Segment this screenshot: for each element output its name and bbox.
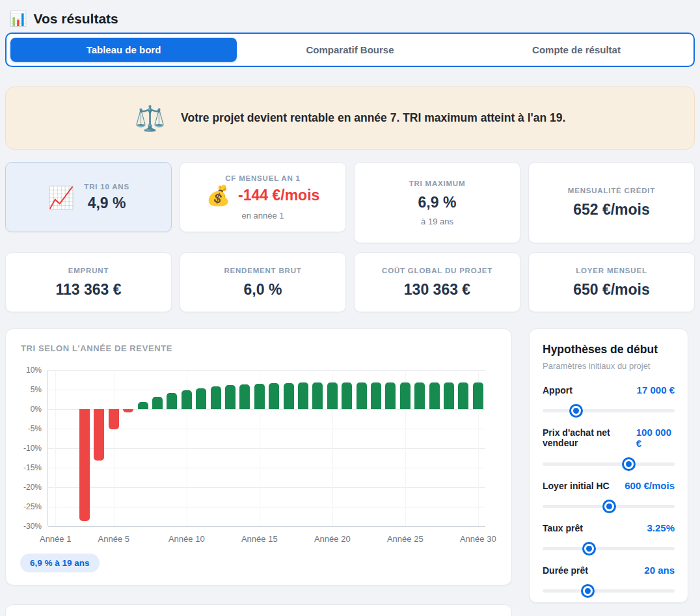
slider-group-prix-d-achat-net-vendeur: Prix d'achat net vendeur100 000 € [543, 427, 675, 471]
money-bag-icon: 💰 [206, 186, 230, 206]
metric-label: CF MENSUEL AN 1 [225, 174, 301, 182]
x-axis-tick-label: Année 10 [161, 534, 213, 544]
metrics-row-1: 📈TRI 10 ANS4,9 %CF MENSUEL AN 1💰-144 €/m… [5, 162, 695, 243]
tri-bar-year-15 [254, 384, 265, 409]
slider-label-apport: Apport [543, 385, 572, 395]
slider-track[interactable] [543, 589, 675, 593]
tri-bar-year-28 [444, 382, 454, 409]
y-axis-tick-label: -10% [10, 444, 42, 453]
tab-tableau-de-bord[interactable]: Tableau de bord [10, 38, 237, 62]
tri-bar-year-22 [357, 382, 367, 409]
slider-group-loyer-initial-hc: Loyer initial HC600 €/mois [543, 480, 675, 513]
slider-value-apport: 17 000 € [637, 384, 675, 395]
y-axis-tick-label: 5% [10, 385, 42, 394]
slider-thumb-taux-pr-t[interactable] [582, 542, 596, 556]
slider-thumb-apport[interactable] [569, 404, 583, 418]
metric-value: 130 363 € [404, 281, 470, 299]
y-axis-tick-label: 10% [10, 366, 42, 375]
tri-bar-year-3 [79, 409, 90, 521]
slider-label-taux-pr-t: Taux prêt [543, 523, 583, 533]
slider-track[interactable] [543, 547, 675, 550]
x-axis-tick-label: Année 30 [452, 534, 504, 544]
metric-subtext: à 19 ans [421, 217, 453, 226]
tri-bar-year-24 [385, 382, 396, 409]
slider-thumb-dur-e-pr-t[interactable] [581, 584, 595, 598]
tri-bar-year-10 [182, 390, 192, 409]
slider-value-taux-pr-t: 3.25% [647, 522, 675, 533]
x-axis-tick-label: Année 15 [234, 534, 286, 544]
page-header: 📊 Vos résultats [0, 0, 700, 29]
slider-track[interactable] [543, 462, 675, 466]
hypotheses-panel: Hypothèses de début Paramètres initiaux … [529, 328, 688, 603]
metric-value: 113 363 € [55, 281, 121, 299]
tri-chart-card: TRI SELON L'ANNÉE DE REVENTE 10%5%0%-5%-… [5, 328, 512, 585]
metric-value: 652 €/mois [573, 201, 650, 219]
metric-value: 650 €/mois [573, 281, 650, 299]
metric-label: LOYER MENSUEL [576, 267, 647, 275]
slider-dur-e-pr-t[interactable] [543, 584, 675, 598]
slider-track[interactable] [543, 409, 675, 412]
tri-bar-year-26 [414, 382, 425, 409]
x-axis-tick-label: Année 1 [29, 534, 81, 544]
metric-value: 6,9 % [418, 194, 457, 211]
slider-label-prix-d-achat-net-vendeur: Prix d'achat net vendeur [543, 427, 636, 448]
gridline [55, 370, 56, 526]
tab-compte-de-r-sultat[interactable]: Compte de résultat [463, 38, 690, 62]
tri-bar-year-17 [284, 383, 294, 409]
sidebar-title: Hypothèses de début [543, 343, 675, 356]
slider-taux-pr-t[interactable] [543, 542, 675, 556]
page: 📊 Vos résultats Tableau de bordComparati… [0, 0, 700, 616]
y-axis-tick-label: -30% [10, 522, 42, 531]
x-axis-tick-label: Année 20 [306, 534, 358, 544]
slider-thumb-prix-d-achat-net-vendeur[interactable] [622, 457, 636, 471]
metric-value: 6,0 % [244, 281, 282, 299]
slider-apport[interactable] [543, 404, 675, 418]
tri-bar-year-11 [196, 388, 206, 409]
slider-prix-d-achat-net-vendeur[interactable] [543, 457, 675, 471]
sidebar-subtitle: Paramètres initiaux du projet [543, 361, 675, 371]
slider-group-apport: Apport17 000 € [543, 384, 675, 418]
slider-label-dur-e-pr-t: Durée prêt [543, 565, 588, 576]
metric-card-mensualit-cr-dit: MENSUALITÉ CRÉDIT652 €/mois [528, 162, 695, 243]
tri-bar-year-8 [152, 397, 163, 409]
metric-label: TRI MAXIMUM [409, 180, 466, 187]
tri-bar-year-27 [429, 382, 440, 409]
tri-bar-year-29 [458, 382, 468, 409]
alert-text: Votre projet devient rentable en année 7… [181, 111, 565, 125]
balance-scale-icon: ⚖️ [135, 106, 165, 131]
next-section-card [5, 604, 512, 616]
y-axis-tick-label: -5% [10, 424, 42, 433]
slider-loyer-initial-hc[interactable] [543, 500, 675, 513]
tri-bar-year-30 [473, 382, 483, 409]
slider-value-loyer-initial-hc: 600 €/mois [625, 480, 675, 491]
metric-card-co-t-global-du-projet: COÛT GLOBAL DU PROJET130 363 € [354, 252, 520, 312]
x-axis-line [48, 526, 485, 527]
metric-card-rendement-brut: RENDEMENT BRUT6,0 % [180, 252, 346, 312]
tri-bar-year-12 [211, 386, 221, 409]
tab-comparatif-bourse[interactable]: Comparatif Bourse [237, 38, 463, 62]
y-axis-tick-label: -20% [10, 483, 42, 492]
main-area: TRI SELON L'ANNÉE DE REVENTE 10%5%0%-5%-… [5, 328, 695, 603]
y-axis-line [47, 370, 48, 526]
tri-max-badge: 6,9 % à 19 ans [20, 554, 100, 572]
slider-label-loyer-initial-hc: Loyer initial HC [543, 481, 610, 491]
slider-group-taux-pr-t: Taux prêt3.25% [543, 522, 675, 556]
metric-value: -144 €/mois [238, 187, 319, 204]
metric-card-cf-mensuel-an-1: CF MENSUEL AN 1💰-144 €/moisen année 1 [180, 162, 346, 232]
metric-card-tri-maximum: TRI MAXIMUM6,9 %à 19 ans [354, 162, 520, 243]
tri-bar-chart: 10%5%0%-5%-10%-15%-20%-25%-30%Année 1Ann… [48, 370, 485, 526]
tri-bar-year-25 [400, 382, 411, 409]
bar-chart-icon: 📊 [9, 12, 27, 26]
y-axis-tick-label: -25% [10, 502, 42, 511]
metric-subtext: en année 1 [241, 211, 284, 221]
chart-increasing-icon: 📈 [47, 187, 74, 208]
y-axis-tick-label: -15% [10, 463, 42, 472]
metric-label: COÛT GLOBAL DU PROJET [382, 267, 492, 275]
metric-label: RENDEMENT BRUT [224, 267, 301, 275]
metric-value: 4,9 % [84, 194, 129, 212]
gridline [114, 370, 114, 526]
tab-bar: Tableau de bordComparatif BourseCompte d… [5, 33, 695, 67]
tri-bar-year-23 [371, 382, 381, 409]
slider-thumb-loyer-initial-hc[interactable] [602, 500, 616, 513]
profitability-alert: ⚖️ Votre projet devient rentable en anné… [5, 87, 695, 150]
